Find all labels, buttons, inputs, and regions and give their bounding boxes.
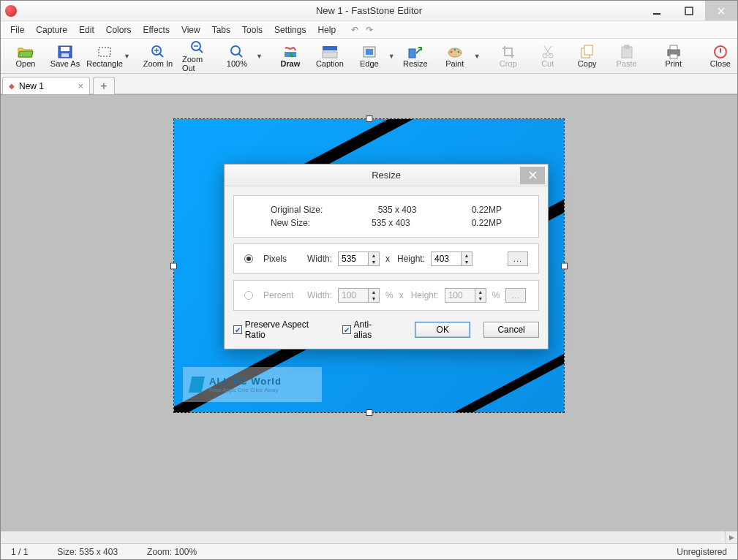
height-px-down-icon[interactable]: ▼	[462, 259, 472, 265]
original-size-value: 535 x 403	[378, 205, 417, 215]
tab-close-icon[interactable]: ×	[78, 80, 83, 91]
new-size-mp: 0.22MP	[472, 218, 502, 228]
menu-bar: File Capture Edit Colors Effects View Ta…	[1, 21, 737, 39]
svg-point-18	[457, 50, 459, 53]
width-px-up-icon[interactable]: ▲	[369, 252, 379, 259]
new-size-value: 535 x 403	[372, 218, 410, 228]
caption-button[interactable]: Caption	[311, 40, 349, 72]
tab-bar: ◆ New 1 × +	[1, 74, 737, 94]
open-button[interactable]: Open	[7, 40, 45, 72]
height-px-input[interactable]	[432, 252, 461, 265]
svg-rect-14	[409, 49, 415, 58]
edge-button[interactable]: Edge	[350, 40, 388, 72]
svg-rect-27	[670, 54, 677, 58]
resize-handle-w[interactable]	[170, 262, 177, 269]
width-px-input[interactable]	[339, 252, 368, 265]
rectangle-button[interactable]: Rectangle	[86, 40, 124, 72]
menu-colors[interactable]: Colors	[101, 23, 137, 37]
save-as-button[interactable]: Save As	[46, 40, 84, 72]
width-pc-input	[339, 289, 368, 302]
status-zoom: Zoom: 100%	[147, 547, 197, 557]
cancel-button[interactable]: Cancel	[483, 322, 539, 338]
resize-handle-n[interactable]	[366, 116, 372, 122]
tab-new1[interactable]: ◆ New 1 ×	[2, 77, 90, 94]
svg-rect-13	[366, 49, 373, 55]
menu-tools[interactable]: Tools	[237, 23, 268, 37]
menu-help[interactable]: Help	[312, 23, 341, 37]
draw-button[interactable]: Draw	[271, 40, 309, 72]
window-title: New 1 - FastStone Editor	[1, 5, 737, 16]
menu-file[interactable]: File	[5, 23, 29, 37]
ok-button[interactable]: OK	[415, 322, 470, 338]
percent-radio[interactable]	[244, 291, 253, 300]
height-px-up-icon[interactable]: ▲	[462, 252, 472, 259]
paint-dropdown-icon[interactable]: ▼	[474, 53, 481, 60]
svg-rect-4	[61, 53, 69, 57]
pixels-label: Pixels	[263, 254, 297, 264]
percent-label: Percent	[263, 290, 297, 300]
status-size: Size: 535 x 403	[57, 547, 118, 557]
height-pc-input	[445, 289, 475, 302]
resize-handle-s[interactable]	[366, 409, 372, 416]
menu-tabs[interactable]: Tabs	[207, 23, 236, 37]
zoom-out-button[interactable]: Zoom Out	[178, 40, 216, 72]
paste-button[interactable]: Paste	[608, 40, 646, 72]
rectangle-dropdown-icon[interactable]: ▼	[124, 53, 130, 60]
percent-preset-button[interactable]: ...	[505, 288, 526, 303]
svg-rect-22	[584, 45, 592, 55]
resize-button[interactable]: Resize	[396, 40, 434, 72]
svg-point-17	[453, 48, 456, 50]
close-button[interactable]: Close	[701, 40, 738, 72]
dialog-titlebar[interactable]: Resize	[225, 164, 548, 186]
svg-rect-3	[61, 47, 69, 51]
menu-settings[interactable]: Settings	[269, 23, 311, 37]
cut-button[interactable]: Cut	[529, 40, 567, 72]
new-tab-button[interactable]: +	[93, 77, 115, 94]
menu-capture[interactable]: Capture	[31, 23, 72, 37]
zoom-dropdown-icon[interactable]: ▼	[256, 53, 263, 60]
menu-effects[interactable]: Effects	[138, 23, 174, 37]
resize-dialog: Resize Original Size: 535 x 403 0.22MP N…	[224, 164, 549, 349]
edge-dropdown-icon[interactable]: ▼	[388, 53, 395, 60]
tab-dirty-icon: ◆	[9, 82, 15, 90]
width-px-down-icon[interactable]: ▼	[369, 259, 379, 265]
print-button[interactable]: Print	[655, 40, 693, 72]
status-page: 1 / 1	[11, 547, 28, 557]
menu-view[interactable]: View	[176, 23, 206, 37]
percent-panel: Percent Width: ▲▼ % x Height: ▲▼ % ...	[233, 280, 539, 311]
close-window-button[interactable]	[705, 1, 737, 20]
preserve-aspect-checkbox[interactable]: ✔Preserve Aspect Ratio	[233, 319, 329, 340]
svg-rect-24	[625, 45, 629, 48]
titlebar: New 1 - FastStone Editor	[1, 1, 737, 21]
paint-button[interactable]: Paint	[436, 40, 474, 72]
status-registration: Unregistered	[677, 547, 727, 557]
svg-rect-1	[685, 7, 693, 15]
original-size-label: Original Size:	[271, 205, 323, 215]
status-bar: 1 / 1 Size: 535 x 403 Zoom: 100% Unregis…	[1, 543, 737, 559]
pixels-preset-button[interactable]: ...	[508, 251, 528, 266]
minimize-button[interactable]	[641, 1, 673, 20]
watermark-logo-icon	[189, 377, 205, 393]
antialias-checkbox[interactable]: ✔Anti-alias	[342, 319, 388, 340]
redo-icon[interactable]: ↷	[366, 25, 373, 35]
zoom-in-button[interactable]: Zoom In	[139, 40, 177, 72]
pixels-panel: Pixels Width: ▲▼ x Height: ▲▼ ...	[233, 243, 539, 274]
size-info-panel: Original Size: 535 x 403 0.22MP New Size…	[233, 195, 539, 238]
horizontal-scrollbar[interactable]: ▶	[1, 531, 737, 543]
copy-button[interactable]: Copy	[568, 40, 606, 72]
zoom-100-button[interactable]: 100%	[218, 40, 256, 72]
scroll-right-icon[interactable]: ▶	[725, 531, 737, 543]
svg-rect-0	[653, 13, 660, 15]
resize-handle-e[interactable]	[561, 262, 568, 269]
svg-point-16	[450, 50, 452, 53]
tab-label: New 1	[19, 81, 44, 91]
app-icon	[5, 5, 17, 17]
pixels-radio[interactable]	[244, 254, 253, 263]
undo-icon[interactable]: ↶	[351, 25, 358, 35]
svg-rect-5	[99, 48, 110, 56]
menu-edit[interactable]: Edit	[74, 23, 99, 37]
maximize-button[interactable]	[673, 1, 705, 20]
new-size-label: New Size:	[271, 218, 310, 228]
crop-button[interactable]: Crop	[489, 40, 527, 72]
toolbar: Open Save As Rectangle ▼ Zoom In Zoom Ou…	[1, 39, 737, 74]
